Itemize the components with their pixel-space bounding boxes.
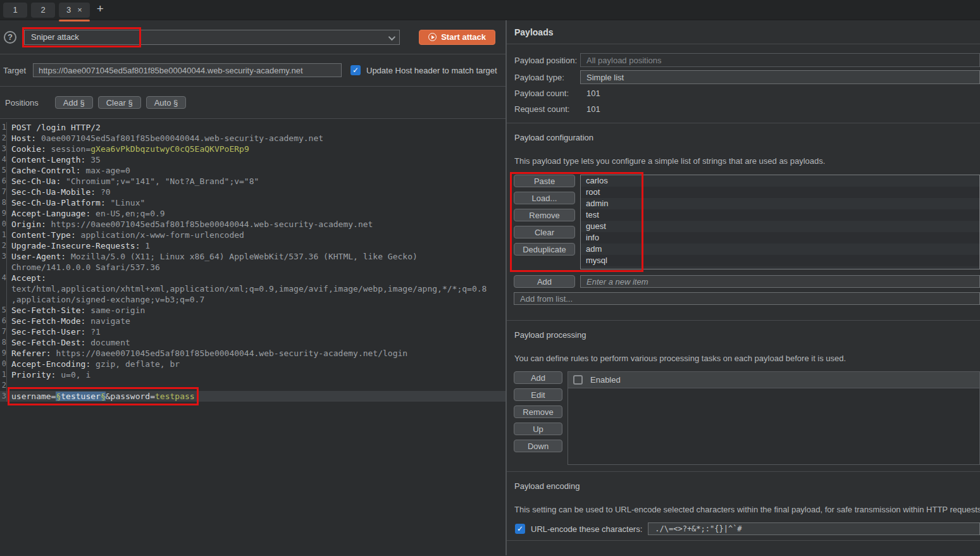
- request-line[interactable]: 8Sec-Ch-Ua-Platform: "Linux": [0, 197, 506, 208]
- request-text: application/x-www-form-urlencoded: [76, 230, 244, 240]
- processing-up-button[interactable]: Up: [514, 423, 562, 435]
- url-encode-characters-input[interactable]: ./\=<>?+&*;:"{}|^`#: [648, 522, 980, 535]
- request-line[interactable]: 3Cookie: session=gXea6vPkDbqzutwyC0cQ5Ea…: [0, 144, 506, 154]
- request-line[interactable]: 7Sec-Ch-Ua-Mobile: ?0: [0, 187, 506, 197]
- load-button[interactable]: Load...: [514, 192, 575, 204]
- help-icon[interactable]: ?: [4, 31, 16, 44]
- line-number: 1: [0, 369, 7, 380]
- request-text: Sec-Fetch-User:: [11, 327, 85, 337]
- request-line[interactable]: 9Accept-Language: en-US,en;q=0.9: [0, 208, 506, 219]
- request-line[interactable]: 8Sec-Fetch-Dest: document: [0, 337, 506, 348]
- target-url-input[interactable]: https://0aee0071045ed5af801f85be00040044…: [33, 63, 342, 77]
- url-encode-row: ✓ URL-encode these characters: ./\=<>?+&…: [515, 522, 980, 535]
- line-number: 0: [0, 219, 7, 230]
- new-tab-button[interactable]: +: [97, 2, 104, 16]
- request-text: Accept-Language:: [11, 209, 90, 218]
- url-encode-label: URL-encode these characters:: [531, 524, 642, 534]
- line-content: Sec-Ch-Ua-Mobile: ?0: [11, 187, 111, 197]
- start-attack-button[interactable]: Start attack: [419, 30, 495, 45]
- payload-position-select[interactable]: All payload positions: [580, 53, 980, 67]
- request-text: &password=: [106, 392, 155, 401]
- request-line[interactable]: 9Referer: https://0aee0071045ed5af801f85…: [0, 348, 506, 359]
- deduplicate-button[interactable]: Deduplicate: [514, 243, 575, 256]
- payload-list-item[interactable]: test: [581, 209, 979, 221]
- new-item-input[interactable]: Enter a new item: [580, 275, 980, 288]
- clear-button[interactable]: Clear: [514, 226, 575, 238]
- request-text: 1: [140, 241, 151, 250]
- processing-down-button[interactable]: Down: [514, 440, 562, 452]
- payload-list-item[interactable]: adm: [581, 244, 979, 255]
- processing-remove-button[interactable]: Remove: [514, 405, 562, 418]
- url-encode-checkbox[interactable]: ✓: [515, 524, 525, 534]
- line-content: User-Agent: Mozilla/5.0 (X11; Linux x86_…: [11, 251, 418, 262]
- request-line[interactable]: 5Sec-Fetch-Site: same-origin: [0, 305, 506, 316]
- line-number: 0: [0, 359, 7, 369]
- positions-button-auto[interactable]: Auto §: [146, 96, 187, 109]
- payload-type-select[interactable]: Simple list: [580, 70, 980, 84]
- request-text: Content-Type:: [11, 230, 76, 240]
- tab-1[interactable]: 1: [3, 3, 27, 18]
- request-line[interactable]: ,application/signed-exchange;v=b3;q=0.7: [0, 294, 506, 305]
- payload-list-item[interactable]: mysql: [581, 255, 979, 266]
- request-editor[interactable]: 1POST /login HTTP/22Host: 0aee0071045ed5…: [0, 119, 506, 555]
- update-host-label: Update Host header to match target: [366, 66, 497, 75]
- tab-3[interactable]: 3×: [59, 3, 90, 18]
- line-content: Sec-Fetch-Dest: document: [11, 337, 130, 348]
- request-line[interactable]: 6Sec-Ch-Ua: "Chromium";v="141", "Not?A_B…: [0, 176, 506, 187]
- update-host-checkbox[interactable]: ✓: [350, 65, 361, 75]
- payload-list[interactable]: carlosrootadmintestguestinfoadmmysql: [580, 175, 980, 269]
- request-text: Accept-Encoding:: [11, 359, 90, 369]
- request-line[interactable]: 6Sec-Fetch-Mode: navigate: [0, 316, 506, 326]
- new-item-placeholder: Enter a new item: [586, 277, 648, 287]
- request-line[interactable]: 4Accept:: [0, 273, 506, 283]
- request-text: u=0, i: [56, 370, 90, 380]
- processing-rules-table[interactable]: Enabled: [568, 371, 980, 465]
- payload-configuration-description: This payload type lets you configure a s…: [514, 156, 980, 166]
- request-text: https://0aee0071045ed5af801f85be00040044…: [46, 219, 373, 229]
- payload-list-item[interactable]: guest: [581, 221, 979, 232]
- payload-list-item[interactable]: info: [581, 232, 979, 244]
- add-button[interactable]: Add: [514, 275, 575, 288]
- target-row: Target https://0aee0071045ed5af801f85be0…: [0, 54, 506, 87]
- request-line[interactable]: 0Accept-Encoding: gzip, deflate, br: [0, 359, 506, 369]
- enabled-checkbox[interactable]: [573, 375, 583, 385]
- payload-encoding-title: Payload encoding: [514, 481, 980, 491]
- positions-button-clear[interactable]: Clear §: [98, 96, 141, 109]
- payload-list-item[interactable]: carlos: [581, 175, 979, 187]
- request-line[interactable]: 4Content-Length: 35: [0, 154, 506, 165]
- request-line[interactable]: 1Priority: u=0, i: [0, 369, 506, 380]
- line-content: Content-Length: 35: [11, 154, 101, 165]
- attack-type-select[interactable]: Sniper attack: [24, 30, 400, 45]
- request-text: ?1: [85, 327, 100, 337]
- request-line[interactable]: 2: [0, 380, 506, 391]
- payload-count-label: Payload count:: [514, 89, 580, 98]
- processing-edit-button[interactable]: Edit: [514, 388, 562, 401]
- request-line[interactable]: 0Origin: https://0aee0071045ed5af801f85b…: [0, 219, 506, 230]
- request-line[interactable]: 1Content-Type: application/x-www-form-ur…: [0, 230, 506, 240]
- request-line[interactable]: 5Cache-Control: max-age=0: [0, 165, 506, 176]
- request-line[interactable]: 1POST /login HTTP/2: [0, 122, 506, 133]
- payload-list-item[interactable]: admin: [581, 198, 979, 209]
- add-from-list-select[interactable]: Add from list...: [514, 292, 980, 305]
- close-icon[interactable]: ×: [77, 5, 82, 15]
- request-line[interactable]: 2Upgrade-Insecure-Requests: 1: [0, 240, 506, 251]
- tab-2[interactable]: 2: [31, 3, 55, 18]
- request-text: §: [101, 392, 106, 401]
- request-line[interactable]: 2Host: 0aee0071045ed5af801f85be00040044.…: [0, 133, 506, 144]
- request-text: testpass: [155, 392, 195, 401]
- payload-list-item[interactable]: root: [581, 187, 979, 198]
- request-line[interactable]: Chrome/141.0.0.0 Safari/537.36: [0, 262, 506, 273]
- remove-button[interactable]: Remove: [514, 209, 575, 221]
- positions-button-add[interactable]: Add §: [55, 96, 93, 109]
- request-line[interactable]: 7Sec-Fetch-User: ?1: [0, 326, 506, 337]
- request-text: "Chromium";v="141", "Not?A_Brand";v="8": [61, 176, 259, 186]
- paste-button[interactable]: Paste: [514, 175, 575, 187]
- line-content: Origin: https://0aee0071045ed5af801f85be…: [11, 219, 373, 230]
- request-line[interactable]: 3username=§testuser§&password=testpass: [0, 391, 506, 402]
- attack-type-value: Sniper attack: [31, 32, 79, 42]
- processing-add-button[interactable]: Add: [514, 371, 562, 384]
- request-line[interactable]: 3User-Agent: Mozilla/5.0 (X11; Linux x86…: [0, 251, 506, 262]
- line-content: Sec-Ch-Ua: "Chromium";v="141", "Not?A_Br…: [11, 176, 259, 187]
- request-line[interactable]: text/html,application/xhtml+xml,applicat…: [0, 283, 506, 294]
- request-text: Sec-Ch-Ua-Platform:: [11, 198, 106, 207]
